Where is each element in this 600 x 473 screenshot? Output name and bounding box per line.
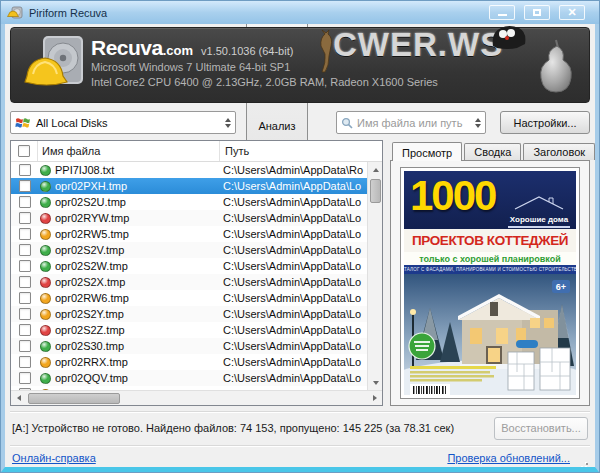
settings-label: Настройки...: [513, 117, 576, 129]
file-path: C:\Users\Admin\AppData\Lo: [218, 244, 367, 256]
file-path: C:\Users\Admin\AppData\Lo: [218, 308, 367, 320]
file-name: opr02S2Y.tmp: [55, 308, 218, 320]
disk-selector-spinner-icon[interactable]: [225, 118, 231, 128]
table-row[interactable]: opr02S2Y.tmp C:\Users\Admin\AppData\Lo: [11, 306, 367, 322]
table-row[interactable]: opr02QQV.tmp C:\Users\Admin\AppData\Lo: [11, 370, 367, 386]
cwer-watermark: CWER.WS: [333, 26, 503, 64]
scroll-down-icon[interactable]: [368, 375, 383, 390]
table-row[interactable]: opr02S2U.tmp C:\Users\Admin\AppData\Lo: [11, 194, 367, 210]
vertical-scrollbar[interactable]: [367, 162, 382, 390]
app-icon: [7, 6, 23, 20]
table-row[interactable]: opr02RW5.tmp C:\Users\Admin\AppData\Lo: [11, 226, 367, 242]
file-path: C:\Users\Admin\AppData\Lo: [218, 196, 367, 208]
barcode: [410, 384, 450, 395]
fine-print-bar: [508, 226, 570, 228]
disk-selector[interactable]: All Local Disks: [10, 111, 236, 134]
magazine-brand: Хорошие дома: [508, 195, 570, 228]
disk-selector-value: All Local Disks: [36, 117, 225, 129]
table-row[interactable]: opr02RW6.tmp C:\Users\Admin\AppData\Lo: [11, 290, 367, 306]
tab-header[interactable]: Заголовок: [523, 143, 595, 160]
row-checkbox[interactable]: [19, 308, 31, 320]
windows-flag-icon: [15, 116, 31, 130]
scroll-right-icon[interactable]: [367, 391, 382, 406]
scroll-left-icon[interactable]: [11, 391, 26, 406]
minimize-button[interactable]: [489, 5, 515, 20]
title-bar[interactable]: Piriform Recuva ✕: [1, 1, 599, 24]
file-status-icon: [40, 213, 51, 224]
close-icon: ✕: [567, 7, 576, 18]
horizontal-scroll-thumb[interactable]: [28, 393, 120, 404]
file-status-icon: [40, 277, 51, 288]
recover-button[interactable]: Восстановить...: [494, 417, 588, 440]
hardware-info: Intel Core2 CPU 6400 @ 2.13GHz, 2.0GB RA…: [91, 75, 438, 90]
search-spinner-icon[interactable]: [475, 118, 481, 128]
table-row[interactable]: opr02S2W.tmp C:\Users\Admin\AppData\Lo: [11, 258, 367, 274]
pear-logo-icon: [535, 34, 577, 98]
roof-sketch-icon: [511, 195, 567, 211]
row-checkbox[interactable]: [19, 180, 31, 192]
file-status-icon: [40, 229, 51, 240]
search-placeholder: Имя файла или путь: [357, 117, 475, 129]
file-list-header[interactable]: Имя файла Путь: [11, 141, 382, 162]
recuva-logo-icon: [23, 34, 87, 96]
horizontal-scrollbar[interactable]: [11, 390, 382, 405]
row-checkbox[interactable]: [19, 164, 31, 176]
file-status-icon: [40, 341, 51, 352]
row-checkbox[interactable]: [19, 244, 31, 256]
settings-button[interactable]: Настройки...: [500, 111, 590, 134]
file-status-icon: [40, 309, 51, 320]
close-button[interactable]: ✕: [559, 5, 585, 20]
recuva-window: Piriform Recuva ✕ Recuva.com v1.50.1036: [0, 0, 600, 473]
app-name-suffix: .com: [163, 43, 193, 58]
scroll-up-icon[interactable]: [368, 162, 383, 177]
table-row[interactable]: opr02S2X.tmp C:\Users\Admin\AppData\Lo: [11, 274, 367, 290]
file-name: opr02S2X.tmp: [55, 276, 218, 288]
table-row[interactable]: PPI7IJ08.txt C:\Users\Admin\AppData\Ro: [11, 162, 367, 178]
file-name: opr02RW6.tmp: [55, 292, 218, 304]
file-path: C:\Users\Admin\AppData\Lo: [218, 340, 367, 352]
table-row[interactable]: opr02RRX.tmp C:\Users\Admin\AppData\Lo: [11, 354, 367, 370]
row-checkbox[interactable]: [19, 212, 31, 224]
column-header-name[interactable]: Имя файла: [38, 141, 220, 161]
row-checkbox[interactable]: [19, 196, 31, 208]
table-row[interactable]: opr02S2Z.tmp C:\Users\Admin\AppData\Lo: [11, 322, 367, 338]
row-checkbox[interactable]: [19, 292, 31, 304]
maximize-button[interactable]: [524, 5, 550, 20]
search-box[interactable]: Имя файла или путь: [336, 111, 486, 134]
preview-pane: Просмотр Сводка Заголовок 1000: [390, 140, 590, 406]
window-body: Recuva.com v1.50.1036 (64-bit) Microsoft…: [1, 24, 599, 472]
row-checkbox[interactable]: [19, 356, 31, 368]
column-header-path[interactable]: Путь: [220, 141, 382, 161]
analyze-label: Анализ: [258, 120, 295, 132]
file-name: opr02QQV.tmp: [55, 372, 218, 384]
tab-summary[interactable]: Сводка: [464, 143, 521, 160]
online-help-link[interactable]: Онлайн-справка: [12, 452, 96, 464]
row-checkbox[interactable]: [19, 372, 31, 384]
table-row[interactable]: opr02S2V.tmp C:\Users\Admin\AppData\Lo: [11, 242, 367, 258]
row-checkbox[interactable]: [19, 340, 31, 352]
file-path: C:\Users\Admin\AppData\Lo: [218, 212, 367, 224]
row-checkbox[interactable]: [19, 228, 31, 240]
toolbar: All Local Disks Анализ Имя файла или пут…: [10, 111, 590, 134]
row-checkbox[interactable]: [19, 276, 31, 288]
tab-preview[interactable]: Просмотр: [392, 142, 462, 161]
file-path: C:\Users\Admin\AppData\Lo: [218, 276, 367, 288]
table-row[interactable]: opr02S30.tmp C:\Users\Admin\AppData\Lo: [11, 338, 367, 354]
file-status-icon: [40, 261, 51, 272]
file-status-icon: [40, 373, 51, 384]
file-path: C:\Users\Admin\AppData\Lo: [218, 180, 367, 192]
row-checkbox[interactable]: [19, 324, 31, 336]
file-status-icon: [40, 325, 51, 336]
vertical-scroll-thumb[interactable]: [370, 179, 381, 203]
file-name: opr02S2U.tmp: [55, 196, 218, 208]
minimize-icon: [498, 14, 507, 16]
resize-grip[interactable]: [578, 459, 588, 469]
file-status-icon: [40, 181, 51, 192]
table-row[interactable]: opr02RYW.tmp C:\Users\Admin\AppData\Lo: [11, 210, 367, 226]
table-row[interactable]: opr02PXH.tmp C:\Users\Admin\AppData\Lo: [11, 178, 367, 194]
file-status-icon: [40, 293, 51, 304]
select-all-checkbox[interactable]: [18, 145, 30, 157]
row-checkbox[interactable]: [19, 260, 31, 272]
file-list-body: PPI7IJ08.txt C:\Users\Admin\AppData\Ro o…: [11, 162, 367, 390]
check-updates-link[interactable]: Проверка обновлений...: [447, 452, 570, 464]
